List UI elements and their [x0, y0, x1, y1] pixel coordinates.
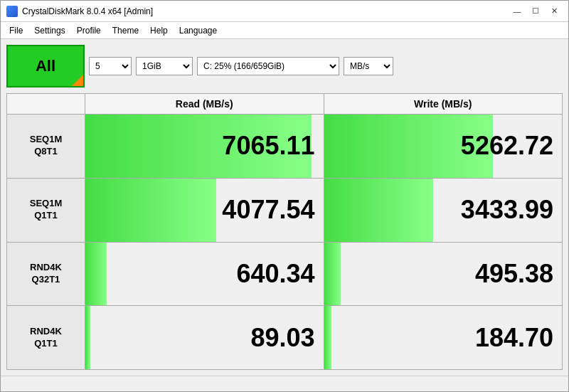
benchmark-table: Read (MB/s) Write (MB/s) SEQ1MQ8T1 7065.… [6, 93, 563, 370]
write-value-seq1m-q1t1: 3433.99 [461, 195, 553, 225]
row-read-rnd4k-q32t1: 640.34 [85, 243, 324, 306]
app-icon [6, 6, 18, 17]
row-read-seq1m-q1t1: 4077.54 [85, 179, 324, 242]
unit-select[interactable]: MB/s GB/s IOPS μs [344, 57, 393, 75]
main-content: All 1 3 5 9 16MiB 64MiB 256MiB 512MiB 1G… [1, 39, 568, 376]
row-write-rnd4k-q1t1: 184.70 [324, 306, 563, 369]
write-bar-seq1m-q1t1 [324, 179, 434, 242]
title-controls: — ☐ ✕ [509, 4, 563, 18]
status-bar [1, 376, 568, 391]
row-rnd4k-q1t1: RND4KQ1T1 89.03 184.70 [7, 306, 562, 369]
row-write-rnd4k-q32t1: 495.38 [324, 243, 563, 306]
all-button[interactable]: All [6, 45, 85, 88]
menu-theme[interactable]: Theme [107, 22, 144, 38]
toolbar: All 1 3 5 9 16MiB 64MiB 256MiB 512MiB 1G… [6, 45, 563, 88]
row-write-seq1m-q8t1: 5262.72 [324, 115, 563, 178]
read-value-rnd4k-q1t1: 89.03 [250, 323, 314, 353]
header-write: Write (MB/s) [324, 94, 563, 114]
write-bar-rnd4k-q32t1 [324, 243, 341, 306]
header-read: Read (MB/s) [85, 94, 324, 114]
read-bar-seq1m-q1t1 [85, 179, 216, 242]
menu-language[interactable]: Language [174, 22, 223, 38]
title-bar: CrystalDiskMark 8.0.4 x64 [Admin] — ☐ ✕ [1, 1, 568, 22]
read-bar-rnd4k-q1t1 [85, 306, 90, 369]
menu-bar: File Settings Profile Theme Help Languag… [1, 22, 568, 39]
row-label-seq1m-q1t1: SEQ1MQ1T1 [7, 179, 85, 242]
menu-profile[interactable]: Profile [71, 22, 107, 38]
row-label-rnd4k-q32t1: RND4KQ32T1 [7, 243, 85, 306]
write-value-rnd4k-q32t1: 495.38 [475, 259, 553, 289]
row-read-seq1m-q8t1: 7065.11 [85, 115, 324, 178]
write-bar-rnd4k-q1t1 [324, 306, 331, 369]
menu-settings[interactable]: Settings [28, 22, 70, 38]
count-select[interactable]: 1 3 5 9 [89, 57, 132, 75]
read-bar-rnd4k-q32t1 [85, 243, 107, 306]
read-value-seq1m-q1t1: 4077.54 [222, 195, 314, 225]
table-header: Read (MB/s) Write (MB/s) [7, 94, 562, 115]
close-button[interactable]: ✕ [546, 4, 563, 18]
minimize-button[interactable]: — [509, 4, 526, 18]
row-seq1m-q8t1: SEQ1MQ8T1 7065.11 5262.72 [7, 115, 562, 179]
write-value-rnd4k-q1t1: 184.70 [475, 323, 553, 353]
row-seq1m-q1t1: SEQ1MQ1T1 4077.54 3433.99 [7, 179, 562, 243]
main-window: CrystalDiskMark 8.0.4 x64 [Admin] — ☐ ✕ … [0, 0, 569, 392]
row-write-seq1m-q1t1: 3433.99 [324, 179, 563, 242]
row-rnd4k-q32t1: RND4KQ32T1 640.34 495.38 [7, 243, 562, 307]
read-value-seq1m-q8t1: 7065.11 [222, 131, 314, 161]
read-value-rnd4k-q32t1: 640.34 [236, 259, 314, 289]
size-select[interactable]: 16MiB 64MiB 256MiB 512MiB 1GiB 4GiB 16Gi… [136, 57, 193, 75]
maximize-button[interactable]: ☐ [527, 4, 544, 18]
menu-file[interactable]: File [4, 22, 28, 38]
write-value-seq1m-q8t1: 5262.72 [461, 131, 553, 161]
row-label-rnd4k-q1t1: RND4KQ1T1 [7, 306, 85, 369]
window-title: CrystalDiskMark 8.0.4 x64 [Admin] [22, 6, 153, 16]
header-spacer [7, 94, 85, 114]
menu-help[interactable]: Help [144, 22, 174, 38]
row-read-rnd4k-q1t1: 89.03 [85, 306, 324, 369]
row-label-seq1m-q8t1: SEQ1MQ8T1 [7, 115, 85, 178]
title-bar-left: CrystalDiskMark 8.0.4 x64 [Admin] [6, 6, 153, 17]
drive-select[interactable]: C: 25% (166/659GiB) [197, 57, 339, 75]
